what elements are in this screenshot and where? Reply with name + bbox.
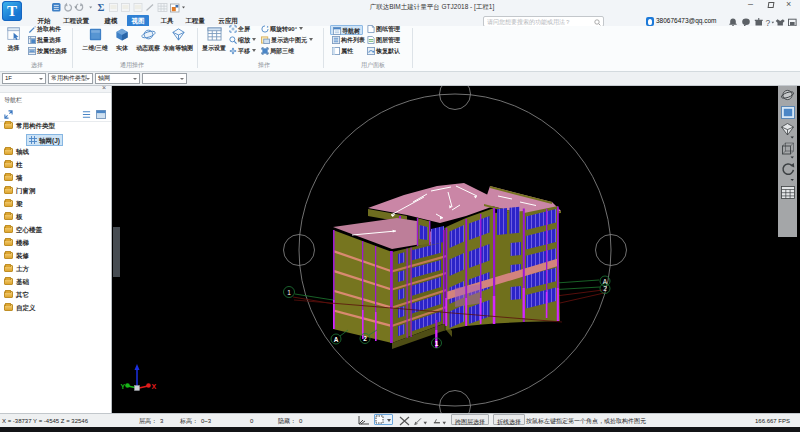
svg-text:2: 2 — [603, 285, 607, 292]
svg-text:Y: Y — [121, 383, 126, 390]
svg-text:1: 1 — [435, 340, 439, 347]
svg-text:X: X — [152, 383, 157, 390]
svg-text:A: A — [334, 336, 339, 343]
svg-text:1: 1 — [287, 289, 291, 296]
svg-text:A: A — [603, 278, 608, 285]
svg-text:2: 2 — [363, 335, 367, 342]
